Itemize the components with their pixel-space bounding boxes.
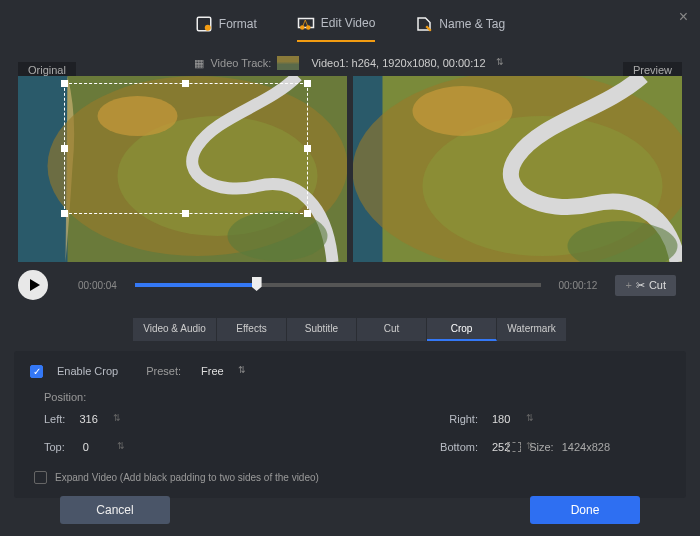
scissors-icon: ✂ xyxy=(636,279,645,292)
tab-label: Format xyxy=(219,17,257,31)
playback-bar: 00:00:04 00:00:12 + ✂ Cut xyxy=(0,262,700,304)
tab-effects[interactable]: Effects xyxy=(217,318,287,341)
video-track-thumb xyxy=(277,56,299,70)
seek-fill xyxy=(135,283,257,287)
top-tabs: Format Edit Video Name & Tag xyxy=(0,0,700,52)
crop-handle[interactable] xyxy=(61,145,68,152)
done-button[interactable]: Done xyxy=(530,496,640,524)
tab-cut[interactable]: Cut xyxy=(357,318,427,341)
close-icon[interactable]: × xyxy=(679,8,688,26)
right-label: Right: xyxy=(449,413,478,425)
seek-bar[interactable] xyxy=(135,283,541,287)
video-area: Original Preview xyxy=(0,76,700,262)
tab-label: Edit Video xyxy=(321,16,376,30)
expand-video-checkbox[interactable] xyxy=(34,471,47,484)
enable-crop-label: Enable Crop xyxy=(57,365,118,377)
crop-panel: ✓ Enable Crop Preset: Free Position: Lef… xyxy=(14,351,686,498)
tab-crop[interactable]: Crop xyxy=(427,318,497,341)
film-icon: ▦ xyxy=(194,57,204,70)
crop-handle[interactable] xyxy=(304,80,311,87)
tab-watermark[interactable]: Watermark xyxy=(497,318,567,341)
crop-handle[interactable] xyxy=(182,80,189,87)
tab-format[interactable]: Format xyxy=(195,14,257,42)
cut-label: Cut xyxy=(649,279,666,291)
crop-handle[interactable] xyxy=(61,210,68,217)
size-label: Size: xyxy=(529,441,553,453)
svg-point-15 xyxy=(413,86,513,136)
tab-name-tag[interactable]: Name & Tag xyxy=(415,14,505,42)
cancel-button[interactable]: Cancel xyxy=(60,496,170,524)
enable-crop-checkbox[interactable]: ✓ xyxy=(30,365,43,378)
video-track-select[interactable]: Video1: h264, 1920x1080, 00:00:12 xyxy=(305,57,505,69)
crop-handle[interactable] xyxy=(304,210,311,217)
top-label: Top: xyxy=(44,441,65,453)
play-button[interactable] xyxy=(18,270,48,300)
tab-subtitle[interactable]: Subtitle xyxy=(287,318,357,341)
crop-handle[interactable] xyxy=(304,145,311,152)
plus-icon: + xyxy=(625,279,631,291)
total-time: 00:00:12 xyxy=(559,280,598,291)
bottom-bar: Cancel Done xyxy=(0,496,700,524)
bottom-label: Bottom: xyxy=(440,441,478,453)
aspect-icon xyxy=(507,442,521,452)
left-input[interactable]: 316 xyxy=(75,411,123,427)
seek-knob[interactable] xyxy=(252,277,262,291)
top-input[interactable]: 0 xyxy=(79,439,127,455)
format-icon xyxy=(195,15,213,33)
svg-point-10 xyxy=(228,211,328,261)
edit-tabs: Video & Audio Effects Subtitle Cut Crop … xyxy=(0,318,700,341)
original-pane[interactable] xyxy=(18,76,347,262)
tab-edit-video[interactable]: Edit Video xyxy=(297,14,376,42)
edit-video-icon xyxy=(297,14,315,32)
preset-select[interactable]: Free xyxy=(195,363,254,379)
name-tag-icon xyxy=(415,15,433,33)
preview-pane xyxy=(353,76,682,262)
size-value: 1424x828 xyxy=(562,441,610,453)
svg-point-1 xyxy=(205,25,211,31)
expand-video-label: Expand Video (Add black padding to two s… xyxy=(55,472,319,483)
tab-label: Name & Tag xyxy=(439,17,505,31)
preset-label: Preset: xyxy=(146,365,181,377)
current-time: 00:00:04 xyxy=(78,280,117,291)
crop-handle[interactable] xyxy=(182,210,189,217)
video-track-bar: ▦ Video Track: Video1: h264, 1920x1080, … xyxy=(0,52,700,76)
position-label: Position: xyxy=(44,391,670,403)
tab-video-audio[interactable]: Video & Audio xyxy=(133,318,217,341)
crop-handle[interactable] xyxy=(61,80,68,87)
left-label: Left: xyxy=(44,413,65,425)
video-track-label: Video Track: xyxy=(210,57,271,69)
right-input[interactable]: 180 xyxy=(488,411,536,427)
cut-button[interactable]: + ✂ Cut xyxy=(615,275,676,296)
crop-rectangle[interactable] xyxy=(64,83,307,213)
